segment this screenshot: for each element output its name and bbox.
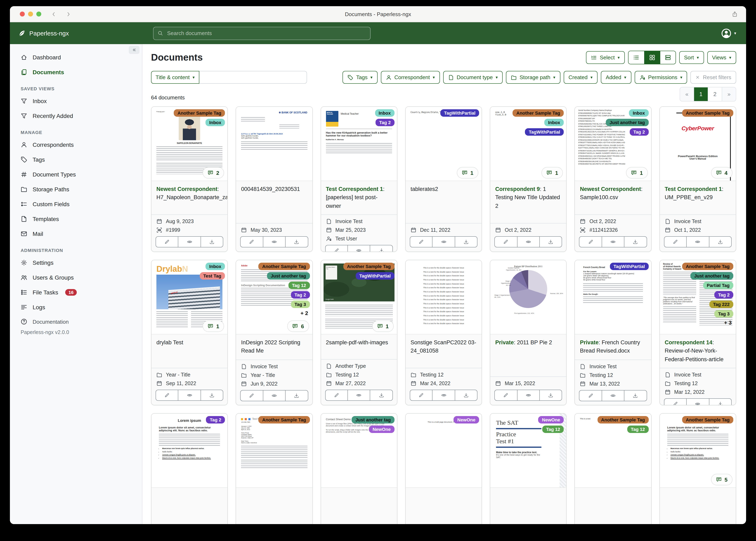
- sidebar-item-inbox[interactable]: Inbox: [10, 94, 142, 109]
- comments-badge[interactable]: 1: [541, 167, 563, 179]
- download-button[interactable]: [709, 398, 732, 405]
- pagination-page-2[interactable]: 2: [708, 87, 722, 101]
- comments-badge[interactable]: 1: [203, 320, 224, 332]
- document-thumbnail[interactable]: ✻ BANK OF SCOTLAND2,0 % p. a. auf Ihr Ta…: [236, 107, 312, 181]
- meta-row[interactable]: Another Type: [326, 363, 392, 369]
- browser-forward-icon[interactable]: [66, 11, 71, 17]
- comments-badge[interactable]: 1: [372, 320, 393, 332]
- download-button[interactable]: [709, 236, 732, 248]
- meta-row[interactable]: #112412326: [580, 227, 646, 233]
- document-card[interactable]: one,1.0 five,5.0Another Sample TagInboxT…: [490, 106, 567, 252]
- edit-button[interactable]: [664, 236, 687, 248]
- tag-badge[interactable]: Another Sample Tag: [259, 416, 310, 423]
- browser-back-icon[interactable]: [51, 11, 57, 17]
- tag-badge[interactable]: Just another tag: [352, 416, 395, 423]
- sidebar-item-logs[interactable]: Logs: [10, 300, 142, 314]
- meta-row[interactable]: Oct 2, 2022: [580, 219, 646, 224]
- meta-row[interactable]: Mar 27, 2022: [326, 380, 392, 386]
- document-card[interactable]: Contact Sheet DemoGiven a set of image f…: [320, 413, 397, 524]
- meta-row[interactable]: Jun 9, 2022: [241, 381, 307, 386]
- tag-badge[interactable]: Another Sample Tag: [174, 109, 225, 117]
- view-button[interactable]: [602, 236, 625, 248]
- sidebar-item-documents[interactable]: Documents: [10, 65, 142, 80]
- view-button[interactable]: [602, 390, 625, 401]
- tag-badge[interactable]: Another Sample Tag: [682, 263, 733, 270]
- document-thumbnail[interactable]: Lorem ipsumLorem ipsum dolor sit amet, c…: [151, 414, 228, 488]
- meta-row[interactable]: Mar 24, 2022: [411, 380, 477, 386]
- document-card[interactable]: AdobeInDesign Scripting DocumentationAno…: [236, 260, 313, 405]
- document-card[interactable]: Francja pod rNAPOLEON BONAPARTEAnother S…: [151, 106, 228, 252]
- sort-button[interactable]: Sort ▾: [679, 51, 704, 64]
- filter-correspondent-button[interactable]: Correspondent▾: [381, 71, 440, 84]
- tag-badge[interactable]: Tag 2: [714, 291, 733, 298]
- sidebar-item-tags[interactable]: Tags: [10, 152, 142, 167]
- view-button[interactable]: [263, 236, 286, 248]
- tag-badge[interactable]: Tag 2: [376, 119, 395, 126]
- meta-row[interactable]: Invoice Test: [326, 219, 392, 224]
- meta-row[interactable]: Oct 1, 2022: [665, 227, 731, 233]
- meta-row[interactable]: Aug 9, 2023: [156, 219, 223, 224]
- edit-button[interactable]: [240, 390, 263, 401]
- tag-badge[interactable]: TagWithPartial: [356, 272, 395, 279]
- global-search[interactable]: [153, 27, 371, 40]
- sidebar-item-documentation[interactable]: Documentation: [10, 315, 142, 328]
- filter-storage-path-button[interactable]: Storage path▾: [506, 71, 560, 84]
- meta-row[interactable]: Testing 12: [326, 372, 392, 378]
- view-button[interactable]: [686, 398, 709, 405]
- meta-row[interactable]: Mar 25, 2023: [326, 227, 392, 233]
- document-thumbnail[interactable]: This is a multi page document. Page 1.: [406, 414, 482, 488]
- sidebar-item-document-types[interactable]: Document Types: [10, 167, 142, 182]
- download-button[interactable]: [624, 236, 647, 248]
- view-button[interactable]: [178, 390, 201, 401]
- meta-row[interactable]: May 30, 2023: [241, 227, 307, 233]
- tag-badge[interactable]: Inbox: [544, 119, 564, 126]
- document-thumbnail[interactable]: This is a test for the double space char…: [406, 260, 482, 334]
- search-field-selector[interactable]: Title & content ▾: [151, 71, 199, 84]
- document-title[interactable]: [660, 488, 736, 524]
- meta-row[interactable]: Sep 11, 2022: [156, 380, 223, 386]
- download-button[interactable]: [624, 390, 647, 401]
- document-card[interactable]: Lorem ipsumLorem ipsum dolor sit amet, c…: [659, 413, 736, 524]
- title-content-input[interactable]: [199, 71, 307, 84]
- tag-badge[interactable]: Tag 12: [542, 425, 564, 433]
- meta-row[interactable]: Testing 12: [411, 372, 477, 378]
- edit-button[interactable]: [664, 398, 687, 405]
- document-card[interactable]: CyberPowerPowerPanel® Business EditionUs…: [659, 106, 736, 252]
- tag-badge[interactable]: Tag 2: [206, 416, 225, 423]
- edit-button[interactable]: [325, 245, 348, 252]
- comments-badge[interactable]: 1: [457, 167, 478, 179]
- meta-row[interactable]: Mar 12, 2022: [665, 389, 731, 395]
- tag-badge[interactable]: Tag 3: [714, 310, 733, 317]
- edit-button[interactable]: [156, 236, 178, 248]
- meta-row[interactable]: Mar 13, 2022: [580, 381, 646, 386]
- document-card[interactable]: Boundary Waters TripGoogle EarthAnother …: [320, 260, 397, 405]
- download-button[interactable]: [455, 236, 477, 248]
- sidebar-item-custom-fields[interactable]: Custom Fields: [10, 197, 142, 212]
- download-button[interactable]: [370, 245, 393, 252]
- meta-row[interactable]: Testing 12: [580, 372, 646, 378]
- edit-button[interactable]: [240, 236, 263, 248]
- view-button[interactable]: [432, 390, 455, 401]
- download-button[interactable]: [285, 236, 308, 248]
- document-title[interactable]: Newest Correspondent: H7_Napoleon_Bonapa…: [151, 181, 228, 215]
- document-title[interactable]: Sonstige ScanPC2022 03-24_081058: [406, 334, 482, 368]
- sidebar-item-file-tasks[interactable]: File Tasks16: [10, 285, 142, 300]
- view-button[interactable]: [347, 245, 370, 252]
- sidebar-item-settings[interactable]: Settings: [10, 255, 142, 270]
- document-title[interactable]: [406, 488, 482, 524]
- document-title[interactable]: 0004814539_20230531: [236, 181, 312, 223]
- tag-badge[interactable]: NewOne: [369, 425, 395, 433]
- tag-badge[interactable]: Partial Tag: [703, 281, 733, 289]
- comments-badge[interactable]: 5: [711, 474, 732, 485]
- tag-badge[interactable]: Tag 2: [630, 128, 649, 136]
- filter-added-button[interactable]: Added▾: [601, 71, 631, 84]
- download-button[interactable]: [285, 390, 308, 401]
- view-button[interactable]: [517, 236, 540, 248]
- tag-badge[interactable]: Tag 12: [288, 281, 310, 289]
- tag-badge[interactable]: Inbox: [629, 109, 649, 117]
- view-mode-list-view[interactable]: [628, 51, 644, 64]
- document-card[interactable]: Patient BP Distribution 2011Isolated Sys…: [490, 260, 567, 405]
- document-card[interactable]: Lorem ipsumLorem ipsum dolor sit amet, c…: [151, 413, 228, 524]
- tag-badge[interactable]: TagWithPartial: [525, 128, 564, 136]
- document-card[interactable]: DrylabNNETFLIXInboxTest Tag1drylab TestY…: [151, 260, 228, 405]
